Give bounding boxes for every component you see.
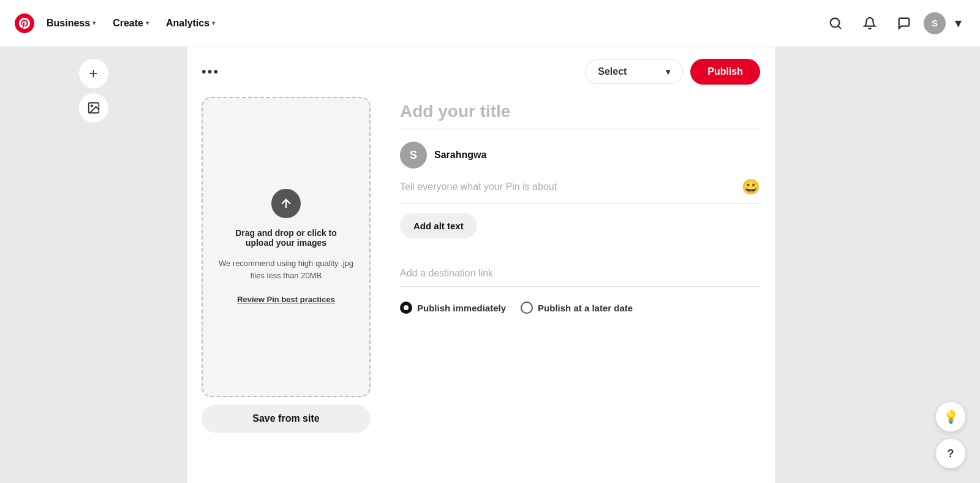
- left-sidebar: +: [0, 47, 187, 483]
- topnav-business-label: Business: [47, 18, 90, 29]
- create-chevron-icon: ▾: [146, 20, 149, 26]
- topnav-items: Business ▾ Create ▾ Analytics ▾: [39, 13, 222, 34]
- description-input[interactable]: [400, 181, 737, 192]
- pinterest-logo[interactable]: [15, 13, 34, 33]
- upload-arrow-icon: [271, 189, 301, 218]
- publish-later-option[interactable]: Publish at a later date: [521, 302, 633, 314]
- publish-options: Publish immediately Publish at a later d…: [400, 302, 760, 314]
- select-board-dropdown[interactable]: Select ▾: [585, 59, 683, 84]
- analytics-chevron-icon: ▾: [212, 20, 215, 26]
- help-button[interactable]: ?: [936, 439, 965, 468]
- pin-body: Drag and drop or click to upload your im…: [187, 97, 775, 483]
- add-new-button[interactable]: +: [79, 59, 108, 88]
- floating-buttons: 💡 ?: [936, 402, 965, 468]
- save-from-site-button[interactable]: Save from site: [202, 405, 371, 433]
- bell-icon: [863, 17, 876, 30]
- topnav-analytics-label: Analytics: [166, 18, 209, 29]
- topnav-create-label: Create: [113, 18, 143, 29]
- account-chevron-button[interactable]: ▾: [951, 9, 965, 38]
- user-row: S Sarahngwa: [400, 129, 760, 178]
- title-input[interactable]: [400, 97, 760, 129]
- more-options-icon: •••: [202, 64, 219, 79]
- emoji-picker-button[interactable]: 😀: [742, 178, 760, 196]
- upload-section: Drag and drop or click to upload your im…: [202, 97, 385, 483]
- svg-point-3: [91, 105, 92, 107]
- destination-link-input[interactable]: [400, 263, 760, 287]
- search-icon: [829, 17, 842, 30]
- message-icon: [897, 17, 911, 30]
- publish-immediately-radio[interactable]: [400, 302, 412, 314]
- plus-icon: +: [89, 65, 97, 82]
- notifications-button[interactable]: [855, 9, 884, 38]
- account-chevron-icon: ▾: [955, 15, 962, 31]
- publish-later-radio[interactable]: [521, 302, 533, 314]
- publish-later-label: Publish at a later date: [538, 303, 633, 313]
- upload-dropzone[interactable]: Drag and drop or click to upload your im…: [202, 97, 371, 397]
- publish-immediately-label: Publish immediately: [417, 303, 506, 313]
- upload-drag-text: Drag and drop or click to upload your im…: [235, 228, 337, 248]
- upload-hint-text: We recommend using high quality .jpg fil…: [217, 257, 355, 305]
- topnav-business[interactable]: Business ▾: [39, 13, 103, 34]
- image-icon: [87, 101, 100, 115]
- select-board-label: Select: [598, 66, 627, 77]
- username-label: Sarahngwa: [434, 150, 486, 161]
- publish-immediately-option[interactable]: Publish immediately: [400, 302, 506, 314]
- svg-line-1: [838, 26, 840, 28]
- details-section: S Sarahngwa 😀 Add alt text Publish immed…: [385, 97, 760, 483]
- top-navigation: Business ▾ Create ▾ Analytics ▾ S ▾: [0, 0, 980, 47]
- business-chevron-icon: ▾: [92, 20, 96, 26]
- alt-text-button[interactable]: Add alt text: [400, 213, 477, 238]
- user-avatar-small: S: [400, 142, 427, 169]
- lightbulb-icon: 💡: [943, 409, 959, 424]
- user-avatar[interactable]: S: [924, 12, 946, 34]
- description-row: 😀: [400, 178, 760, 203]
- question-mark-icon: ?: [948, 447, 954, 460]
- topbar-right: Select ▾ Publish: [585, 59, 760, 85]
- content-topbar: ••• Select ▾ Publish: [187, 47, 775, 97]
- topnav-right: S ▾: [821, 9, 965, 38]
- publish-button[interactable]: Publish: [690, 59, 760, 85]
- more-options-button[interactable]: •••: [202, 64, 219, 80]
- review-practices-link[interactable]: Review Pin best practices: [237, 295, 335, 304]
- main-layout: + ••• Select ▾ Publish: [0, 47, 980, 483]
- search-button[interactable]: [821, 9, 850, 38]
- topnav-create[interactable]: Create ▾: [105, 13, 156, 34]
- topnav-analytics[interactable]: Analytics ▾: [159, 13, 222, 34]
- content-area: ••• Select ▾ Publish: [187, 47, 775, 483]
- image-upload-button[interactable]: [79, 93, 108, 123]
- lightbulb-button[interactable]: 💡: [936, 402, 965, 432]
- messages-button[interactable]: [889, 9, 919, 38]
- select-chevron-icon: ▾: [666, 67, 670, 77]
